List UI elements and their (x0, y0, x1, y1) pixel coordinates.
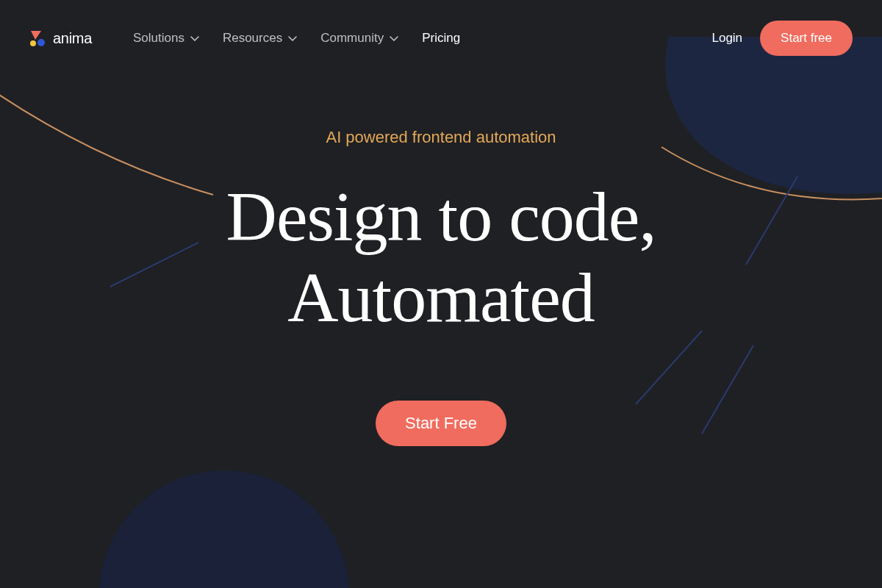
nav-item-resources[interactable]: Resources (223, 31, 297, 46)
nav-menu: Solutions Resources Community Pricing (133, 31, 460, 46)
chevron-down-icon (288, 36, 297, 41)
chevron-down-icon (390, 36, 398, 41)
hero-eyebrow: AI powered frontend automation (326, 128, 556, 147)
nav-item-solutions[interactable]: Solutions (133, 31, 199, 46)
nav-item-community[interactable]: Community (320, 31, 398, 46)
chevron-down-icon (190, 36, 199, 41)
hero-title-line2: Automated (287, 258, 595, 337)
nav-item-pricing[interactable]: Pricing (422, 31, 460, 46)
nav-label: Community (320, 31, 384, 46)
main-nav: anima Solutions Resources Community Pric… (0, 0, 882, 76)
svg-point-6 (37, 39, 45, 46)
brand-logo[interactable]: anima (29, 29, 92, 47)
nav-right-group: Login Start free (711, 21, 853, 56)
svg-point-0 (99, 470, 349, 588)
brand-name: anima (53, 30, 92, 47)
nav-label: Pricing (422, 31, 460, 46)
hero-title: Design to code, Automated (226, 176, 656, 339)
hero-section: AI powered frontend automation Design to… (0, 76, 882, 446)
hero-cta-button[interactable]: Start Free (376, 401, 506, 446)
svg-point-5 (30, 40, 36, 46)
hero-title-line1: Design to code, (226, 177, 656, 256)
decor-circle-bottom-left (99, 434, 349, 588)
nav-left-group: anima Solutions Resources Community Pric… (29, 29, 460, 47)
login-link[interactable]: Login (711, 31, 742, 46)
start-free-button[interactable]: Start free (760, 21, 853, 56)
nav-label: Resources (223, 31, 282, 46)
nav-label: Solutions (133, 31, 184, 46)
brand-logo-icon (29, 29, 47, 47)
